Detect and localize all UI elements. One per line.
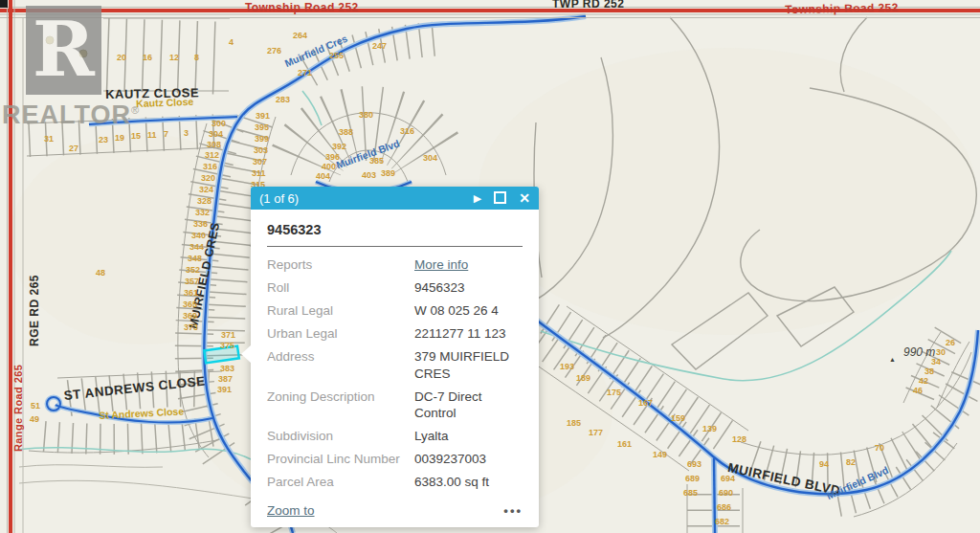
popup-divider: [267, 246, 523, 247]
well-marker: [79, 50, 87, 57]
popup-title: 9456323: [267, 222, 523, 237]
field-row: Urban Legal 2211277 11 123: [267, 325, 523, 343]
field-row: Rural Legal W 08 025 26 4: [267, 302, 523, 320]
field-row: Roll 9456323: [267, 279, 523, 297]
zoom-to-link[interactable]: Zoom to: [267, 503, 315, 518]
next-feature-icon[interactable]: ▶: [474, 193, 481, 204]
field-row: Provincial Linc Number 0039237003: [267, 451, 523, 468]
popup-body: 9456323 Reports More info Roll 9456323 R…: [251, 210, 539, 527]
more-options-icon[interactable]: •••: [503, 503, 523, 518]
terrain-shading: [479, 48, 976, 335]
well-marker: [46, 36, 54, 44]
map-corner-mark: [0, 0, 8, 8]
popup-header: (1 of 6) ▶ ✕: [251, 187, 539, 210]
field-row: Subdivision Lyalta: [267, 428, 523, 445]
field-row: Parcel Area 6383.00 sq ft: [267, 474, 523, 491]
close-icon[interactable]: ✕: [519, 191, 530, 205]
popup-pointer: [241, 344, 252, 364]
field-row: Address 379 MUIRFIELD CRES: [267, 348, 523, 382]
popup-pager: (1 of 6): [259, 191, 461, 206]
feature-info-popup: (1 of 6) ▶ ✕ 9456323 Reports More info R…: [251, 187, 539, 527]
popup-footer: Zoom to •••: [267, 498, 523, 518]
terrain-shading: [10, 134, 278, 344]
field-row: Zoning Description DC-7 Direct Control: [267, 389, 523, 422]
map-viewport[interactable]: Township Road 252TWP RD 252Township Road…: [0, 0, 980, 533]
maximize-icon[interactable]: [494, 191, 506, 206]
field-row: Reports More info: [267, 256, 523, 274]
more-info-link[interactable]: More info: [414, 257, 468, 272]
